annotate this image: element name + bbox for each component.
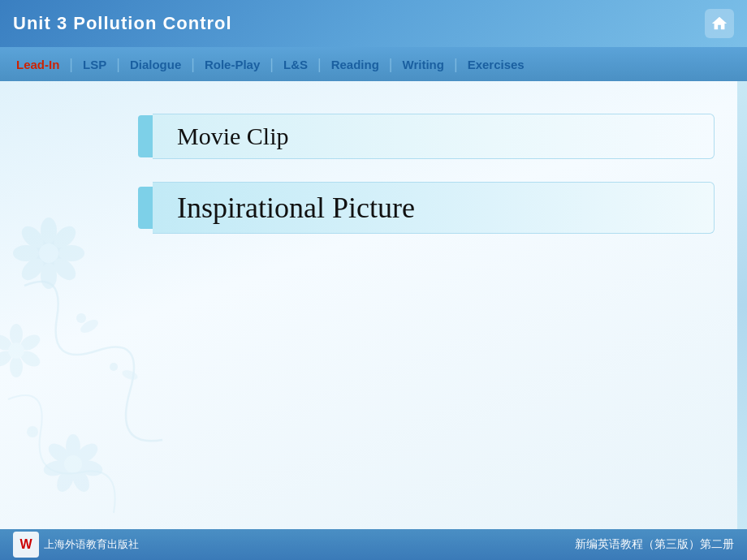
logo-icon: W	[13, 532, 39, 558]
publisher-logo: W 上海外语教育出版社	[13, 532, 139, 558]
svg-point-26	[110, 363, 118, 371]
nav-item-lead-in[interactable]: Lead-In	[8, 54, 67, 75]
card-tab-2	[138, 187, 153, 229]
content-area: Movie Clip Inspirational Picture	[0, 81, 747, 273]
nav-item-writing[interactable]: Writing	[395, 54, 452, 75]
svg-point-10	[10, 324, 23, 345]
movie-clip-card[interactable]: Movie Clip	[138, 114, 715, 159]
inspirational-picture-card[interactable]: Inspirational Picture	[138, 182, 715, 234]
home-icon	[710, 15, 728, 32]
publisher-name: 上海外语教育出版社	[44, 537, 139, 552]
card-tab	[138, 115, 153, 157]
nav-item-reading[interactable]: Reading	[323, 54, 387, 75]
inspirational-picture-text: Inspirational Picture	[177, 191, 415, 225]
main-content: Movie Clip Inspirational Picture	[0, 81, 747, 529]
nav-item-exercises[interactable]: Exercises	[460, 54, 533, 75]
nav-item-ls[interactable]: L&S	[275, 54, 316, 75]
movie-clip-text: Movie Clip	[177, 123, 289, 150]
svg-point-24	[64, 455, 82, 473]
home-button[interactable]	[705, 9, 734, 38]
nav-item-lsp[interactable]: LSP	[75, 54, 114, 75]
page-title: Unit 3 Pollution Control	[13, 13, 232, 34]
svg-point-13	[10, 356, 23, 377]
movie-clip-body: Movie Clip	[153, 114, 715, 159]
svg-point-29	[121, 368, 139, 381]
svg-point-25	[76, 313, 86, 323]
header: Unit 3 Pollution Control	[0, 0, 747, 47]
svg-point-16	[8, 342, 24, 359]
footer: W 上海外语教育出版社 新编英语教程（第三版）第二册	[0, 529, 747, 560]
nav-item-dialogue[interactable]: Dialogue	[122, 54, 189, 75]
nav-item-role-play[interactable]: Role-Play	[196, 54, 268, 75]
inspirational-picture-body: Inspirational Picture	[153, 182, 715, 234]
book-caption: 新编英语教程（第三版）第二册	[575, 537, 734, 552]
svg-point-27	[27, 426, 38, 437]
navbar: Lead-In | LSP | Dialogue | Role-Play | L…	[0, 47, 747, 81]
